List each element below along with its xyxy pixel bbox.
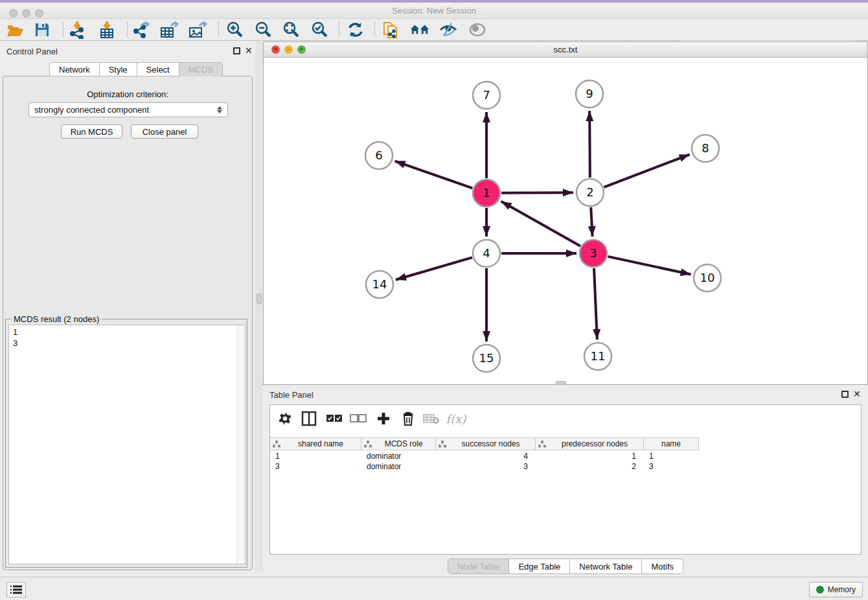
tab-motifs[interactable]: Motifs (642, 559, 683, 574)
cell-successor-nodes[interactable]: 4 (436, 451, 536, 461)
graph-edge-3-11[interactable] (594, 268, 597, 340)
cell-successor-nodes[interactable]: 3 (436, 461, 536, 472)
graph-node-7[interactable]: 7 (473, 82, 500, 109)
optimization-criterion-label: Optimization criterion: (0, 89, 255, 99)
cell-predecessor-nodes[interactable]: 1 (536, 451, 644, 461)
graph-node-10[interactable]: 10 (694, 264, 721, 292)
list-icon (10, 585, 22, 594)
first-neighbors-icon[interactable] (410, 21, 429, 39)
export-network-icon[interactable] (131, 21, 151, 39)
zoom-in-icon[interactable] (225, 21, 244, 39)
column-header-shared-name[interactable]: shared name (270, 438, 361, 450)
trash-icon[interactable] (398, 409, 418, 428)
close-table-panel-icon[interactable]: ✕ (853, 389, 861, 399)
zoom-fit-icon[interactable] (281, 21, 301, 39)
graph-edge-4-14[interactable] (396, 257, 472, 279)
close-window-icon[interactable] (9, 9, 17, 17)
export-image-icon[interactable] (188, 21, 207, 39)
apply-layout-icon[interactable] (346, 21, 365, 39)
close-panel-icon[interactable]: ✕ (245, 45, 253, 56)
graph-edge-2-8[interactable] (604, 154, 689, 187)
criterion-dropdown[interactable]: strongly connected component (29, 102, 228, 117)
cell-shared-name[interactable]: 1 (270, 451, 361, 461)
memory-button[interactable]: Memory (809, 582, 863, 597)
columns-icon[interactable] (299, 409, 319, 428)
graph-node-8[interactable]: 8 (692, 135, 719, 162)
table-panel-title: Table Panel (269, 390, 314, 400)
run-mcds-button[interactable]: Run MCDS (61, 124, 122, 139)
vertical-split-divider[interactable] (255, 41, 263, 571)
select-all-icon[interactable] (325, 409, 344, 428)
gear-icon[interactable] (275, 409, 295, 428)
tab-select[interactable]: Select (137, 62, 179, 76)
column-header-name[interactable]: name (644, 438, 699, 450)
delete-table-icon (422, 409, 441, 428)
import-table-icon[interactable] (97, 21, 117, 39)
column-header-predecessor-nodes[interactable]: predecessor nodes (536, 438, 644, 450)
zoom-window-icon[interactable] (35, 9, 43, 17)
close-network-icon[interactable]: ✕ (271, 45, 280, 54)
graph-node-1[interactable]: 1 (473, 179, 500, 207)
main-toolbar (0, 19, 868, 41)
tab-node-table[interactable]: Node Table (448, 559, 510, 574)
mcds-result-scrollbar[interactable] (236, 325, 245, 564)
hide-selected-icon[interactable] (439, 21, 458, 39)
svg-text:1: 1 (483, 186, 490, 200)
mcds-result-title: MCDS result (2 nodes) (11, 314, 102, 324)
graph-node-9[interactable]: 9 (576, 80, 603, 108)
column-header-MCDS-role[interactable]: MCDS role (361, 438, 436, 450)
close-panel-button[interactable]: Close panel (131, 124, 198, 139)
tab-network[interactable]: Network (49, 62, 100, 76)
export-table-icon[interactable] (159, 21, 179, 39)
mcds-result-box[interactable]: 1 3 (8, 325, 246, 564)
import-network-icon[interactable] (67, 21, 87, 39)
graph-edge-1-6[interactable] (395, 161, 473, 189)
duplicate-network-icon[interactable] (382, 21, 401, 39)
tab-style[interactable]: Style (100, 62, 137, 76)
float-table-panel-icon[interactable] (841, 391, 849, 398)
node-table-container: f(x) shared nameMCDS rolesuccessor nodes… (269, 404, 862, 555)
show-all-icon[interactable] (468, 21, 487, 39)
add-icon[interactable] (374, 409, 393, 428)
graph-node-15[interactable]: 15 (473, 345, 500, 372)
divider-grip[interactable] (257, 294, 262, 304)
save-session-icon[interactable] (32, 21, 52, 39)
cell-name[interactable]: 1 (644, 451, 699, 461)
graph-edge-2-9[interactable] (589, 111, 590, 178)
tab-network-table[interactable]: Network Table (570, 559, 642, 574)
float-panel-icon[interactable] (233, 47, 240, 54)
tab-edge-table[interactable]: Edge Table (509, 559, 570, 574)
graph-node-11[interactable]: 11 (584, 343, 611, 370)
network-window-titlebar[interactable]: ✕ − + scc.txt (264, 42, 867, 58)
deselect-all-icon[interactable] (348, 409, 368, 428)
graph-node-14[interactable]: 14 (366, 271, 393, 298)
horizontal-divider-grip[interactable] (556, 381, 566, 385)
graph-edge-2-3[interactable] (591, 207, 592, 237)
cell-name[interactable]: 3 (644, 461, 699, 472)
open-session-icon[interactable] (5, 21, 25, 39)
table-row[interactable]: 1dominator411 (270, 451, 699, 461)
graph-edge-3-1[interactable] (501, 202, 580, 246)
cell-predecessor-nodes[interactable]: 2 (536, 461, 644, 472)
table-toolbar: f(x) (270, 405, 861, 432)
graph-edge-3-10[interactable] (608, 257, 691, 275)
table-row[interactable]: 3dominator323 (270, 461, 699, 472)
graph-edge-1-2[interactable] (501, 192, 573, 193)
cell-MCDS-role[interactable]: dominator (361, 451, 436, 461)
column-header-successor-nodes[interactable]: successor nodes (436, 438, 536, 450)
cell-MCDS-role[interactable]: dominator (361, 461, 436, 472)
svg-text:9: 9 (586, 87, 593, 100)
cell-shared-name[interactable]: 3 (270, 461, 361, 472)
graph-node-6[interactable]: 6 (365, 142, 393, 169)
graph-node-3[interactable]: 3 (580, 240, 607, 267)
zoom-out-icon[interactable] (253, 21, 273, 39)
graph-node-2[interactable]: 2 (577, 179, 604, 206)
task-history-button[interactable] (6, 582, 26, 597)
graph-node-4[interactable]: 4 (473, 240, 500, 267)
minimize-network-icon[interactable]: − (284, 45, 293, 54)
tab-mcds[interactable]: MCDS (179, 62, 223, 76)
network-canvas[interactable]: 7968124314101511 (264, 58, 867, 384)
zoom-selected-icon[interactable] (310, 21, 329, 39)
minimize-window-icon[interactable] (22, 9, 30, 17)
maximize-network-icon[interactable]: + (297, 45, 306, 54)
